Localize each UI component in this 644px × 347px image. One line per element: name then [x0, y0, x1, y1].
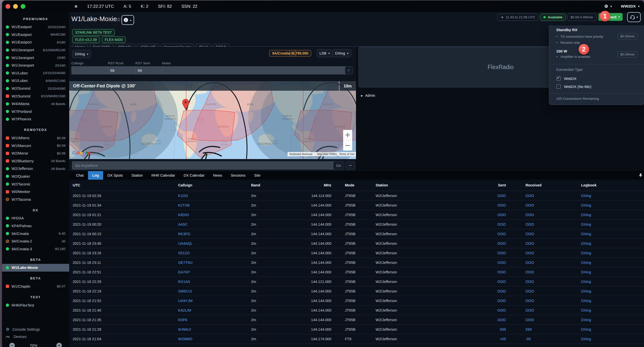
- cell-call[interactable]: OE7TMJ: [178, 258, 251, 267]
- cell-rcvd[interactable]: OOO: [506, 229, 581, 239]
- cell-call[interactable]: AA5C: [178, 220, 251, 229]
- cell-rcvd[interactable]: OOO: [506, 277, 581, 286]
- sidebar-item-w4-atlanta[interactable]: W4/AtlantaAll Bands: [2, 100, 69, 108]
- info-toggle-button[interactable]: i ▲: [122, 15, 134, 25]
- cell-sent[interactable]: OOO: [480, 315, 506, 325]
- cell-log[interactable]: DXing: [581, 267, 644, 277]
- mode-select[interactable]: LSB ▾: [317, 49, 333, 57]
- cell-log[interactable]: DXing: [581, 248, 644, 258]
- cell-call[interactable]: UA9YJM: [178, 296, 251, 306]
- sidebar-item-w1-jonesport[interactable]: W1/Jonesport6/10/WARC/40: [2, 46, 69, 54]
- keyboard-shortcuts-link[interactable]: Keyboard shortcuts: [290, 153, 312, 156]
- star-icon[interactable]: ☆: [116, 16, 121, 23]
- cell-sent[interactable]: OOO: [480, 258, 506, 267]
- sidebar-item-w2-quaker[interactable]: W2/Quaker: [2, 173, 69, 180]
- sidebar-item-w2-blueberry[interactable]: W2/BlueberryAll Bands: [2, 157, 69, 165]
- cell-call[interactable]: K1DG: [178, 191, 251, 201]
- cell-sent[interactable]: OOO: [480, 210, 506, 220]
- cell-sent[interactable]: OOO: [480, 239, 506, 248]
- rst-rcvd-input[interactable]: [108, 66, 137, 74]
- cell-sent[interactable]: OOO: [480, 229, 506, 239]
- sidebar-item-w1-eastport[interactable]: W1/EastportWARC/80: [2, 31, 69, 39]
- cell-call[interactable]: W2MMD: [178, 334, 251, 344]
- tab-station[interactable]: Station: [127, 171, 147, 180]
- cell-log[interactable]: DXing: [581, 306, 644, 315]
- cell-rcvd[interactable]: OOO: [506, 306, 581, 315]
- tab-news[interactable]: News: [209, 171, 226, 180]
- cell-rcvd[interactable]: OOO: [506, 191, 581, 201]
- cell-rcvd[interactable]: 599: [506, 325, 581, 334]
- sidebar-item-kp4-palmas[interactable]: KP4/Palmas: [2, 222, 69, 230]
- sidebar-item-w1-eastport[interactable]: W1/Eastport10/20/15/40: [2, 23, 69, 31]
- sidebar-item-w1-lake-moxie[interactable]: W1/Lake-Moxie: [2, 264, 69, 272]
- cell-log[interactable]: DXing: [581, 201, 644, 210]
- cell-log[interactable]: DXing: [581, 191, 644, 201]
- console-settings-button[interactable]: ⚙ Console Settings: [6, 327, 40, 332]
- sidebar-item-rhr-flextest[interactable]: RHR/FlexTest: [2, 301, 69, 309]
- audio-device-button[interactable]: ▾: [627, 12, 641, 22]
- sidebar-item-w0-meeker[interactable]: W0/Meeker: [2, 188, 69, 196]
- sidebar-item-hh2aa[interactable]: HH2AA: [2, 214, 69, 222]
- cell-call[interactable]: RK3FG: [178, 229, 251, 239]
- callsign-input[interactable]: [71, 66, 109, 74]
- cell-log[interactable]: DXing: [581, 277, 644, 286]
- menu-option-webdx[interactable]: WebDX: [556, 76, 577, 81]
- sidebar-item-w2-morse[interactable]: W2/Morse$0.09: [2, 150, 69, 157]
- cell-rcvd[interactable]: OOO: [506, 248, 581, 258]
- cell-log[interactable]: DXing: [581, 286, 644, 296]
- cell-log[interactable]: DXing: [581, 325, 644, 334]
- cell-rcvd[interactable]: OOO: [506, 315, 581, 325]
- cell-call[interactable]: S51ZO: [178, 248, 251, 258]
- cell-call[interactable]: R3PA: [178, 315, 251, 325]
- cell-sent[interactable]: OOO: [480, 201, 506, 210]
- log-qso-button[interactable]: ✓: [345, 66, 353, 74]
- sidebar-item-w1-lubec[interactable]: W1/Lubec10/15/20/40/80: [2, 69, 69, 77]
- cell-rcvd[interactable]: OOO: [506, 201, 581, 210]
- coverage-map[interactable]: ASIA AFRICA EUROPE OCEANIA NORTH AMERICA…: [69, 81, 356, 159]
- go-button[interactable]: Go: [333, 161, 344, 170]
- sidebar-item-w2-jefferson[interactable]: W2/JeffersonAll Bands: [2, 165, 69, 173]
- cell-sent[interactable]: OOO: [480, 296, 506, 306]
- full-power-option[interactable]: 100 W: [556, 49, 567, 53]
- sidebar-item-w1-chaplin[interactable]: W1/Chaplin$0.07: [2, 283, 69, 290]
- admin-section-toggle[interactable]: ▶ Admin: [361, 93, 375, 97]
- cell-sent[interactable]: OOO: [480, 277, 506, 286]
- cell-sent[interactable]: OOO: [480, 191, 506, 201]
- cell-rcvd[interactable]: OOO: [506, 210, 581, 220]
- zoom-window-button[interactable]: [21, 4, 25, 9]
- tab-dx-spots[interactable]: DX Spots: [103, 171, 127, 180]
- tab-rhr-calendar[interactable]: RHR Calendar: [147, 171, 179, 180]
- tab-chat[interactable]: Chat: [72, 171, 88, 180]
- cell-call[interactable]: EA7KP: [178, 267, 251, 277]
- tab-log[interactable]: Log: [88, 171, 103, 180]
- cell-rcvd[interactable]: OOO: [506, 258, 581, 267]
- sidebar-item-9a-croatia[interactable]: 9A/Croatia6-40: [2, 230, 69, 237]
- cell-log[interactable]: DXing: [581, 239, 644, 248]
- sidebar-item-w7-tacoma[interactable]: W7/Tacoma: [2, 195, 69, 203]
- cell-call[interactable]: RX1AS: [178, 277, 251, 286]
- cell-rcvd[interactable]: OOO: [506, 286, 581, 296]
- tab-sessions[interactable]: Sessions: [226, 171, 250, 180]
- terms-of-use-link[interactable]: Terms of Use: [339, 153, 355, 156]
- cell-sent[interactable]: OOO: [480, 248, 506, 258]
- pin-icon[interactable]: [638, 173, 643, 178]
- checkbox-icon[interactable]: [556, 84, 561, 89]
- tab-site[interactable]: Site: [250, 171, 265, 180]
- collapse-sidebar-icon[interactable]: «: [74, 3, 78, 10]
- sidebar-item-w1-jonesport[interactable]: W1/Jonesport15/80: [2, 54, 69, 62]
- cell-call[interactable]: K2TXB: [178, 201, 251, 210]
- cell-log[interactable]: DXing: [581, 296, 644, 306]
- more-options-button[interactable]: •••: [346, 161, 355, 170]
- close-window-button[interactable]: [6, 4, 10, 9]
- sidebar-item-w7-phoenix[interactable]: W7/Phoenix: [2, 115, 69, 123]
- cell-rcvd[interactable]: -05: [506, 334, 581, 344]
- cell-log[interactable]: DXing: [581, 220, 644, 229]
- cell-call[interactable]: KA2LIM: [178, 306, 251, 315]
- devices-button[interactable]: Devices: [6, 335, 27, 339]
- sidebar-item-w1-jonesport[interactable]: W1/Jonesport20/160: [2, 62, 69, 69]
- cell-sent[interactable]: OOO: [480, 220, 506, 229]
- account-menu[interactable]: WW2DX ▾: [621, 4, 639, 9]
- cell-log[interactable]: DXing: [581, 258, 644, 267]
- tab-dx-calendar[interactable]: DX Calendar: [179, 171, 209, 180]
- sidebar-item-w7-portland[interactable]: W7/Portland: [2, 108, 69, 116]
